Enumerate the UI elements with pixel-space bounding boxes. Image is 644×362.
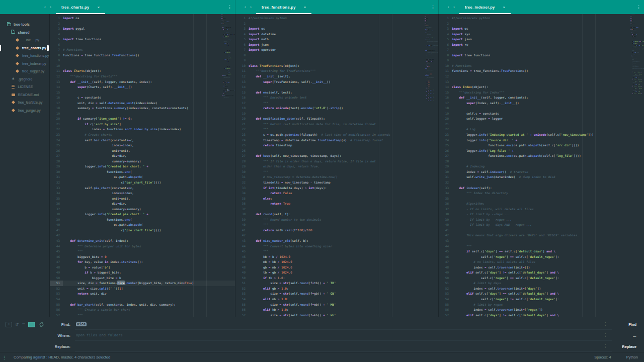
line-number: 27 — [235, 153, 249, 159]
sidebar-item-tree_functions.py[interactable]: tree_functions.py — [0, 52, 49, 60]
sidebar-item-tree-tools[interactable]: tree-tools — [0, 21, 49, 29]
find-field-menu-icon[interactable]: ⋮ — [599, 322, 612, 326]
line-number: 35 — [235, 196, 249, 202]
line-number: 15 — [439, 90, 452, 96]
line-number: 4 — [439, 32, 452, 37]
line-number: 13 — [439, 79, 452, 85]
sidebar-item-tree_logger.py[interactable]: tree_logger.py — [0, 67, 49, 75]
tab-overflow-menu-icon[interactable]: ⋮ — [636, 5, 640, 10]
sidebar[interactable]: tree-toolsshared__init__.pytree_charts.p… — [0, 14, 49, 317]
replace-field-menu-icon[interactable]: ⋮ — [599, 344, 612, 348]
where-field-menu-icon[interactable]: ⋮ — [599, 333, 612, 337]
tab-label: tree_indexer.py — [465, 5, 495, 10]
code-line: 32 c['bar_chart_file']))) — [50, 180, 235, 186]
code-line: 28 """ If file is older than n days, ret… — [235, 159, 438, 164]
history-back-icon[interactable]: ‹ — [243, 0, 248, 14]
code-area[interactable]: 1#!/usr/bin/env python23import os4import… — [235, 16, 438, 317]
code-line: 37 — [235, 207, 438, 212]
code-line: 51 size, div = functions.nice_number(big… — [50, 281, 235, 286]
sidebar-item-label: tree_functions.py — [22, 54, 49, 57]
code-line: 8import tree_functions — [439, 53, 644, 58]
minimap[interactable]: import osimport pygalimport tree_functio… — [221, 14, 235, 317]
sidebar-item-.gitignore[interactable]: ∗.gitignore — [0, 75, 49, 83]
code-line: 47 mb = kb / 1024.0 — [235, 259, 438, 265]
history-back-icon[interactable]: ‹ — [446, 0, 451, 14]
line-number: 20 — [439, 116, 452, 122]
line-number: 55 — [235, 302, 249, 308]
line-number: 57 — [50, 313, 63, 317]
syntax-status[interactable]: Python — [626, 355, 638, 359]
regex-icon[interactable]: * — [6, 322, 12, 327]
where-menu-button[interactable]: … — [612, 333, 644, 338]
code-line: 30 """ — [235, 169, 438, 175]
line-number: 24 — [439, 138, 452, 143]
line-number: 51 — [439, 281, 452, 286]
code-area[interactable]: 1#!/usr/bin/env python23import os4import… — [439, 16, 644, 317]
line-number: 27 — [439, 153, 452, 159]
history-forward-icon[interactable]: › — [451, 0, 457, 14]
line-number: 2 — [50, 21, 63, 27]
sidebar-item-tree_purger.py[interactable]: tree_purger.py — [0, 107, 49, 115]
line-number: 54 — [50, 297, 63, 302]
tab-tree_functions.py[interactable]: tree_functions.py× — [256, 0, 311, 14]
sidebar-item-tree_leafsize.py[interactable]: tree_leafsize.py — [0, 99, 49, 107]
editor-pane-3: 1#!/usr/bin/env python23import os4import… — [438, 14, 644, 317]
code-line: 16 """ Encodes unicode text — [235, 95, 438, 101]
line-number: 31 — [439, 174, 452, 180]
code-line: 36 return True — [235, 201, 438, 207]
minimap-content: import osimport pygalimport tree_functio… — [221, 14, 223, 100]
tab-tree_indexer.py[interactable]: tree_indexer.py× — [459, 0, 511, 14]
find-input-selected-text: nice — [76, 322, 87, 326]
tab-overflow-menu-icon[interactable]: ⋮ — [431, 5, 435, 10]
license-file-icon — [11, 85, 16, 88]
where-input[interactable]: Open files and folders — [75, 333, 599, 337]
tab-group-3: ‹›tree_indexer.py×⋮ — [438, 0, 644, 14]
find-input[interactable]: nice — [75, 322, 599, 326]
code-line: 6import json — [235, 42, 438, 48]
code-line: 12 """docstring for Charts""" — [50, 74, 235, 79]
code-line: 51 # limit by days — [439, 281, 644, 286]
indentation-status[interactable]: Spaces: 4 — [594, 355, 611, 359]
line-number: 53 — [439, 291, 452, 297]
sidebar-item-tree_charts.py[interactable]: tree_charts.py — [0, 44, 49, 52]
line-number: 2 — [235, 21, 249, 27]
status-menu-icon[interactable]: ⋮ — [2, 355, 7, 360]
code-line: 2 — [439, 21, 644, 27]
tab-overflow-menu-icon[interactable]: ⋮ — [227, 5, 231, 10]
code-line: 16 def __init__(self, logger, constants)… — [439, 95, 644, 101]
sidebar-item-shared[interactable]: shared — [0, 29, 49, 37]
sidebar-item-LICENSE[interactable]: LICENSE — [0, 83, 49, 91]
tab-close-icon[interactable]: × — [304, 5, 306, 10]
history-back-icon[interactable]: ‹ — [42, 0, 48, 14]
code-area[interactable]: 1import os23import pygal45import tree_fu… — [50, 16, 235, 317]
sidebar-item-README.md[interactable]: README.md — [0, 91, 49, 99]
tab-tree_charts.py[interactable]: tree_charts.py× — [56, 0, 105, 14]
sidebar-item-__init__.py[interactable]: __init__.py — [0, 36, 49, 44]
show-context-icon[interactable] — [28, 322, 35, 327]
tab-close-icon[interactable]: × — [503, 5, 506, 10]
replace-button[interactable]: Replace — [612, 344, 644, 349]
code-line: 8 — [235, 53, 438, 58]
sidebar-item-label: .gitignore — [18, 77, 33, 81]
case-sensitive-icon[interactable]: tT — [16, 323, 19, 326]
code-line: 24 logger.info('Source dir: ' + — [439, 138, 644, 143]
line-number: 16 — [439, 95, 452, 101]
minimap[interactable]: #!/usr/bin/env pythonimport osimport dat… — [425, 14, 438, 317]
git-file-icon: ∗ — [11, 77, 16, 80]
code-line: 55 size = str(self.round(f=mb)) + ' MB' — [235, 302, 438, 308]
find-button[interactable]: Find — [612, 322, 644, 327]
history-forward-icon[interactable]: › — [248, 0, 254, 14]
code-line: 48 b = value['b'] — [50, 265, 235, 270]
sidebar-item-tree_indexer.py[interactable]: tree_indexer.py — [0, 60, 49, 68]
use-buffer-icon[interactable] — [39, 322, 44, 327]
tab-close-icon[interactable]: × — [97, 5, 100, 10]
line-number: 46 — [439, 254, 452, 260]
line-number: 10 — [439, 63, 452, 69]
code-line: 44 """ Determine proper unit for bytes — [50, 244, 235, 249]
line-number: 22 — [50, 127, 63, 132]
code-line: 43 — [439, 238, 644, 244]
code-line: 9 — [439, 58, 644, 63]
minimap[interactable]: #!/usr/bin/env pythonimport osimport sys… — [630, 14, 644, 317]
history-forward-icon[interactable]: › — [48, 0, 53, 14]
whole-word-icon[interactable]: “” — [22, 323, 25, 326]
